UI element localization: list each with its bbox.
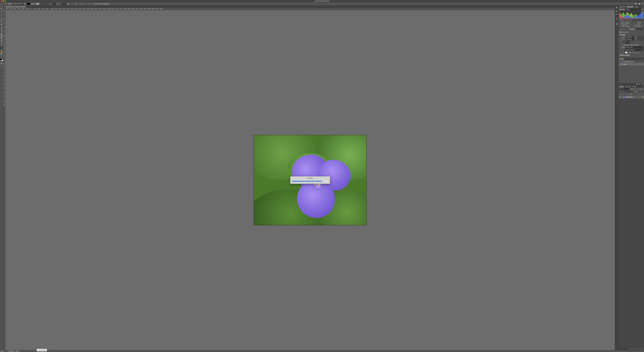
document-tab[interactable]: × 940A9852.CR2 @ 50% (RGB/8) — [3, 5, 26, 8]
layer-fill-field[interactable]: 100% — [640, 93, 644, 95]
hand-tool[interactable]: ✋ — [0, 51, 3, 53]
history-brush-source-icon[interactable]: ✔ — [619, 61, 620, 62]
eraser-tool[interactable]: ◧ — [0, 33, 3, 35]
eyedropper-tool[interactable]: ✐ — [0, 21, 3, 23]
layer-filter-kind[interactable]: 🔍 Kind ▾ — [619, 88, 630, 90]
dodge-tool[interactable]: ◉ — [0, 40, 3, 42]
foreground-background-colors[interactable]: ↔◱ — [0, 58, 3, 61]
crop-tool[interactable]: ✂ — [0, 17, 3, 19]
layer-thumbnail[interactable] — [622, 96, 625, 98]
tab-history[interactable]: History — [618, 58, 624, 60]
layers-panel-menu[interactable]: ≡ — [643, 86, 644, 87]
search-icon[interactable]: 🔍 — [635, 3, 637, 5]
bit-depth-dropdown[interactable]: 8 Bits/Channel▾ — [625, 49, 643, 51]
gradient-tool[interactable]: ▦ — [0, 35, 3, 37]
character-panel-icon[interactable]: ▤ — [615, 22, 618, 25]
histogram-panel-menu[interactable]: ≡ — [643, 6, 644, 8]
gear-icon[interactable]: ⚙ — [88, 2, 91, 5]
brushes-panel-icon[interactable]: ✱ — [615, 6, 618, 9]
create-snapshot-icon[interactable]: 📷 — [639, 83, 640, 85]
tab-channels[interactable]: Channels — [624, 85, 632, 88]
filter-pixel-icon[interactable]: ▦ — [630, 88, 632, 90]
canvas-width-field[interactable] — [626, 36, 634, 38]
blur-tool[interactable]: ◐ — [0, 37, 3, 40]
stroke-swatch[interactable] — [36, 3, 39, 5]
delete-layer-icon[interactable]: 🗑 — [642, 348, 643, 350]
landscape-button[interactable]: ▭ — [626, 41, 629, 44]
lock-pixels-icon[interactable]: 🖌 — [624, 93, 626, 95]
canvas-fill-value[interactable]: Background Color — [628, 52, 638, 53]
layer-visibility-icon[interactable]: 👁 — [619, 96, 621, 98]
create-document-from-state-icon[interactable]: ▣ — [636, 83, 638, 85]
canvas-fill-swatch[interactable] — [625, 52, 627, 53]
tab-properties[interactable]: Properties — [628, 28, 636, 30]
frame-tool[interactable]: ⊠ — [0, 19, 3, 21]
tab-paths[interactable]: Paths — [632, 85, 637, 88]
horizontal-ruler[interactable]: 1200100080060040020002004006008001000120… — [5, 8, 615, 10]
edit-toolbar-button[interactable]: ⋯ — [0, 56, 3, 58]
layer-row[interactable]: 👁 Background 🔒 — [618, 95, 644, 99]
delete-state-icon[interactable]: 🗑 — [642, 83, 643, 85]
source-value[interactable]: Entire Image — [625, 19, 643, 21]
new-layer-icon[interactable]: ⊞ — [640, 348, 641, 350]
efficiency-readout[interactable]: ▸Efficiency: 100%* — [6, 350, 20, 352]
workspace-switcher-icon[interactable]: ▣ — [638, 3, 640, 5]
portrait-button[interactable]: ▯ — [623, 41, 626, 44]
close-tab-icon[interactable]: × — [4, 6, 5, 7]
type-tool[interactable]: T — [0, 44, 3, 46]
paragraph-panel-icon[interactable]: ¶ — [615, 17, 618, 20]
tab-color[interactable]: Color — [634, 6, 639, 8]
screen-mode-button[interactable]: ▢ — [0, 64, 3, 66]
stroke-style-dropdown[interactable]: — — [45, 3, 49, 5]
link-dimensions-icon[interactable]: ⧉ — [621, 37, 623, 39]
share-icon[interactable]: ⇪ — [642, 2, 643, 5]
history-brush-tool[interactable]: ↺ — [0, 30, 3, 33]
tool-preset-picker[interactable]: ↖▾ — [4, 3, 7, 4]
path-alignment-button[interactable]: ⫟ — [71, 2, 74, 5]
filter-shape-icon[interactable]: ▭ — [637, 88, 639, 90]
cache-warning-icon[interactable]: ⚠ — [642, 11, 643, 12]
quick-selection-tool[interactable]: ✎ — [0, 14, 3, 17]
status-menu-icon[interactable]: › — [20, 350, 22, 352]
filter-type-icon[interactable]: T — [635, 88, 636, 90]
zoom-field[interactable]: 50% — [0, 350, 6, 352]
filter-toggle[interactable]: ◧ — [642, 88, 644, 90]
pen-tool[interactable]: ✒ — [0, 42, 3, 44]
history-step[interactable]: Open — [618, 63, 644, 65]
clone-source-panel-icon[interactable]: ≣ — [615, 12, 618, 15]
brush-settings-panel-icon[interactable]: 🖌 — [615, 9, 618, 12]
height-field[interactable] — [62, 3, 66, 5]
path-arrangement-button[interactable]: ❏ — [75, 2, 77, 5]
tab-layers[interactable]: Layers — [618, 85, 624, 88]
marquee-tool[interactable]: ▭ — [0, 10, 3, 12]
layer-lock-icon[interactable]: 🔒 — [642, 96, 643, 98]
fill-swatch[interactable] — [27, 3, 30, 5]
vertical-ruler[interactable]: 2000200400600800100012001400160018002000… — [3, 10, 5, 350]
refresh-icon[interactable]: ⟳ — [642, 8, 643, 10]
histogram-graph[interactable]: ⚠ — [619, 11, 643, 19]
healing-brush-tool[interactable]: ✚ — [0, 23, 3, 26]
rectangle-tool[interactable]: ▭ — [0, 49, 3, 51]
blend-mode-dropdown[interactable]: Normal▾ — [619, 91, 634, 93]
path-selection-tool[interactable]: ↖ — [0, 46, 3, 49]
toolbox-grip[interactable] — [0, 6, 3, 7]
opacity-field[interactable]: 100% — [639, 91, 644, 93]
quick-mask-button[interactable]: ◙ — [0, 62, 3, 64]
brush-tool[interactable]: 🖌 — [0, 26, 3, 28]
layer-name[interactable]: Background — [626, 96, 641, 98]
lock-all-icon[interactable]: 🔒 — [630, 93, 632, 95]
move-tool[interactable]: ✥ — [0, 7, 3, 10]
filter-smart-icon[interactable]: ▣ — [639, 88, 641, 90]
new-fill-adjustment-icon[interactable]: ◑ — [635, 348, 636, 350]
image-canvas[interactable]: Progress — [254, 135, 366, 225]
layer-style-icon[interactable]: fx — [630, 348, 632, 350]
filter-adjustment-icon[interactable]: ◐ — [632, 88, 634, 90]
new-group-icon[interactable]: ▢ — [637, 348, 638, 350]
home-button[interactable]: ⌂ — [0, 3, 3, 5]
link-wh-icon[interactable]: �察 — [56, 2, 59, 5]
lock-transparency-icon[interactable]: ▦ — [622, 93, 624, 95]
ruler-origin[interactable] — [3, 8, 5, 10]
link-layers-icon[interactable]: ⧉ — [628, 348, 630, 350]
width-field[interactable] — [52, 3, 56, 5]
lock-position-icon[interactable]: ✢ — [626, 93, 628, 95]
